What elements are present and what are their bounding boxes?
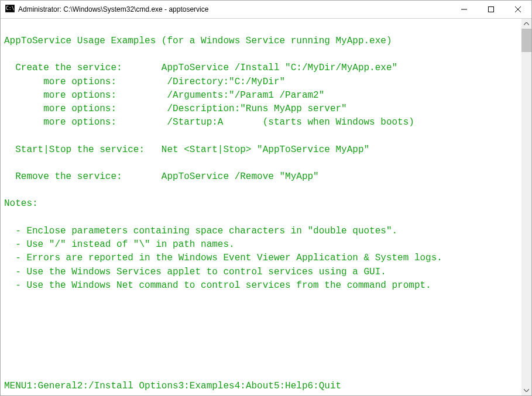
terminal-line: - Use the Windows Net command to control… <box>4 279 519 292</box>
window-titlebar: C:\ Administrator: C:\Windows\System32\c… <box>1 1 531 19</box>
window-title: Administrator: C:\Windows\System32\cmd.e… <box>18 5 451 13</box>
terminal-line <box>4 48 519 61</box>
scroll-up-button[interactable] <box>521 19 531 29</box>
vertical-scrollbar[interactable] <box>521 19 531 395</box>
menu-item[interactable]: 5:Help <box>274 380 308 393</box>
menu-item[interactable]: 3:Examples <box>179 380 235 393</box>
terminal-line: Remove the service: AppToService /Remove… <box>4 170 519 184</box>
scroll-down-button[interactable] <box>521 385 531 395</box>
content-area: AppToService Usage Examples (for a Windo… <box>1 19 531 395</box>
terminal-line: AppToService Usage Examples (for a Windo… <box>4 35 519 48</box>
menu-item[interactable]: 2:/Install Options <box>77 380 179 393</box>
svg-rect-3 <box>489 7 494 12</box>
menu-bar: MENU 1:General 2:/Install Options 3:Exam… <box>1 380 521 395</box>
menu-item[interactable]: 1:General <box>26 380 77 393</box>
terminal-line: - Use "/" instead of "\" in path names. <box>4 238 519 252</box>
terminal-line: more options: /Arguments:"/Param1 /Param… <box>4 89 519 102</box>
terminal[interactable]: AppToService Usage Examples (for a Windo… <box>1 19 521 395</box>
svg-text:C:\: C:\ <box>6 6 15 11</box>
chevron-up-icon <box>524 22 529 25</box>
scrollbar-thumb[interactable] <box>521 29 531 52</box>
terminal-line <box>4 211 519 225</box>
terminal-line: - Errors are reported in the Windows Eve… <box>4 252 519 265</box>
terminal-line: more options: /Startup:A (starts when Wi… <box>4 116 519 129</box>
terminal-line: more options: /Directory:"C:/MyDir" <box>4 75 519 89</box>
window-controls <box>451 1 531 18</box>
terminal-line: - Enclose parameters containing space ch… <box>4 225 519 238</box>
terminal-line <box>4 21 519 35</box>
close-icon <box>515 6 521 12</box>
terminal-line: Create the service: AppToService /Instal… <box>4 61 519 75</box>
menu-item[interactable]: 6:Quit <box>308 380 342 393</box>
terminal-output: AppToService Usage Examples (for a Windo… <box>1 19 521 292</box>
cmd-icon: C:\ <box>5 5 15 14</box>
maximize-icon <box>488 6 494 12</box>
menu-item[interactable]: 4:About <box>235 380 274 393</box>
terminal-line: more options: /Description:"Runs MyApp s… <box>4 102 519 116</box>
chevron-down-icon <box>524 389 529 392</box>
terminal-line <box>4 157 519 170</box>
terminal-line: - Use the Windows Services applet to con… <box>4 266 519 279</box>
menu-label: MENU <box>4 380 26 393</box>
minimize-icon <box>461 6 467 12</box>
close-button[interactable] <box>504 1 531 18</box>
terminal-line <box>4 184 519 197</box>
terminal-line: Notes: <box>4 197 519 211</box>
minimize-button[interactable] <box>451 1 478 18</box>
terminal-line <box>4 130 519 143</box>
terminal-line: Start|Stop the service: Net <Start|Stop>… <box>4 143 519 157</box>
maximize-button[interactable] <box>478 1 504 18</box>
